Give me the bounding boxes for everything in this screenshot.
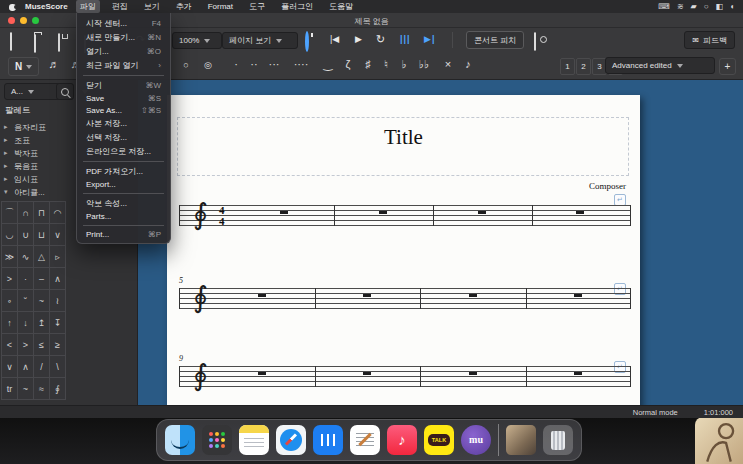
menu-item-print[interactable]: Print... ⌘P <box>77 228 170 240</box>
menu-item-save-copy[interactable]: 사본 저장... <box>77 116 170 130</box>
palette-search-button[interactable] <box>56 83 74 100</box>
whole-rest[interactable] <box>280 211 288 214</box>
score-system-2[interactable]: ∮ <box>179 288 631 309</box>
palette-symbol[interactable]: ⊓ <box>34 202 50 224</box>
new-score-button[interactable] <box>10 33 12 51</box>
note-whole-button[interactable]: ○ <box>176 60 196 70</box>
voice-2-button[interactable]: 2 <box>576 58 591 75</box>
whole-rest[interactable] <box>469 294 477 297</box>
note-64th-button[interactable]: ♬ <box>44 58 64 70</box>
palette-symbol[interactable]: ∧ <box>50 268 66 290</box>
palette-symbol[interactable]: ~ <box>18 378 34 400</box>
menubar-menu-edit[interactable]: 편집 <box>108 0 132 13</box>
siri-icon[interactable]: ◐ <box>730 2 735 11</box>
musescore-dock-icon[interactable]: mu <box>461 425 491 455</box>
tuner-button[interactable] <box>305 33 309 51</box>
control-center-icon[interactable]: ◧ <box>716 2 724 11</box>
trash-dock-icon[interactable] <box>543 425 573 455</box>
palette-symbol[interactable]: · <box>18 268 34 290</box>
whole-rest[interactable] <box>379 211 387 214</box>
triple-dot-button[interactable]: ··· <box>264 58 284 70</box>
palette-symbol[interactable]: ∪ <box>18 224 34 246</box>
palette-symbol[interactable]: ⌒ <box>2 202 18 224</box>
concert-pitch-button[interactable]: 콘서트 피치 <box>466 31 524 49</box>
loop-playback-button[interactable]: ↻ <box>376 33 385 46</box>
menubar-menu-plugins[interactable]: 플러그인 <box>277 0 317 13</box>
flat-button[interactable]: ♭ <box>394 58 414 71</box>
palette-symbol[interactable]: ≥ <box>50 334 66 356</box>
palette-symbol[interactable]: ◠ <box>50 202 66 224</box>
grace-note-button[interactable]: ♪ <box>458 58 478 70</box>
menu-item-open[interactable]: 열기... ⌘O <box>77 44 170 58</box>
menubar-app-name[interactable]: MuseScore <box>25 2 68 11</box>
tie-button[interactable]: ‿ <box>318 58 338 71</box>
menu-item-score-properties[interactable]: 악보 속성... <box>77 196 170 210</box>
palette-symbol[interactable]: tr <box>2 378 18 400</box>
palette-symbol[interactable]: ↧ <box>50 312 66 334</box>
add-workspace-button[interactable]: + <box>719 58 736 75</box>
menu-item-new[interactable]: 새로 만들기... ⌘N <box>77 30 170 44</box>
palette-symbol[interactable]: ≫ <box>2 246 18 268</box>
zoom-select[interactable]: 100% <box>172 32 222 49</box>
palette-symbol[interactable]: ∘ <box>2 290 18 312</box>
menu-item-export[interactable]: Export... <box>77 178 170 190</box>
menubar-menu-format[interactable]: Format <box>204 1 237 12</box>
view-mode-select[interactable]: 페이지 보기 <box>222 32 298 49</box>
augmentation-dot-button[interactable]: · <box>226 58 246 70</box>
app-store-dock-icon[interactable] <box>313 425 343 455</box>
rewind-button[interactable]: |◀ <box>330 34 339 44</box>
wifi-icon[interactable]: ≋ <box>677 2 684 11</box>
palette-symbol[interactable]: ˘ <box>18 290 34 312</box>
menubar-menu-file[interactable]: 파일 <box>76 0 100 13</box>
score-page[interactable]: Title Composer ↵ ∮ 4 4 5 <box>167 95 640 405</box>
menubar-menu-help[interactable]: 도움말 <box>325 0 357 13</box>
palette-symbol[interactable]: ∩ <box>18 202 34 224</box>
menubar-menu-view[interactable]: 보기 <box>140 0 164 13</box>
natural-button[interactable]: ♮ <box>376 58 396 71</box>
palette-symbol[interactable]: ∮ <box>50 378 66 400</box>
palette-symbol[interactable]: ↑ <box>2 312 18 334</box>
palette-symbol[interactable]: \ <box>50 356 66 378</box>
sharp-button[interactable]: ♯ <box>358 58 378 70</box>
photo-thumbnail-dock-icon[interactable] <box>506 425 536 455</box>
rest-button[interactable]: ζ <box>338 58 358 70</box>
menu-item-save-as[interactable]: Save As... ⇧⌘S <box>77 104 170 116</box>
workspace-select[interactable]: Advanced edited <box>605 57 715 74</box>
palette-symbol[interactable]: ↓ <box>18 312 34 334</box>
safari-dock-icon[interactable] <box>276 425 306 455</box>
save-button[interactable] <box>58 34 60 52</box>
whole-rest[interactable] <box>478 211 486 214</box>
palette-symbol[interactable]: ∧ <box>18 356 34 378</box>
play-button[interactable]: ▶ <box>355 34 362 44</box>
palette-symbol[interactable]: ≈ <box>34 378 50 400</box>
palette-symbol[interactable]: – <box>34 268 50 290</box>
notes-dock-icon[interactable] <box>239 425 269 455</box>
image-capture-button[interactable] <box>534 33 536 51</box>
score-system-1[interactable]: ∮ 4 4 <box>179 205 631 226</box>
double-flat-button[interactable]: ♭♭ <box>412 58 436 71</box>
palette-symbol[interactable]: ↥ <box>34 312 50 334</box>
palette-symbol[interactable]: ▹ <box>50 246 66 268</box>
textedit-dock-icon[interactable] <box>350 425 380 455</box>
whole-rest[interactable] <box>574 294 582 297</box>
palette-symbol[interactable]: ◡ <box>2 224 18 246</box>
palette-symbol[interactable]: ~ <box>34 290 50 312</box>
score-composer[interactable]: Composer <box>589 181 626 191</box>
launchpad-dock-icon[interactable] <box>202 425 232 455</box>
kakaotalk-dock-icon[interactable]: TALK <box>424 425 454 455</box>
whole-rest[interactable] <box>363 294 371 297</box>
music-dock-icon[interactable]: ♪ <box>387 425 417 455</box>
palette-symbol[interactable]: ∨ <box>50 224 66 246</box>
menu-item-parts[interactable]: Parts... <box>77 210 170 222</box>
note-breve-button[interactable]: ◎ <box>198 60 218 70</box>
palette-symbol[interactable]: ∨ <box>2 356 18 378</box>
menubar-menu-add[interactable]: 추가 <box>172 0 196 13</box>
open-file-button[interactable] <box>34 35 36 53</box>
menu-item-save[interactable]: Save ⌘S <box>77 92 170 104</box>
whole-rest[interactable] <box>258 294 266 297</box>
menu-item-open-recent[interactable]: 최근 파일 열기 › <box>77 58 170 72</box>
palette-symbol[interactable]: ⊔ <box>34 224 50 246</box>
menu-item-save-selection[interactable]: 선택 저장... <box>77 130 170 144</box>
palette-symbol[interactable]: △ <box>34 246 50 268</box>
battery-icon[interactable]: ▰ <box>691 2 697 11</box>
